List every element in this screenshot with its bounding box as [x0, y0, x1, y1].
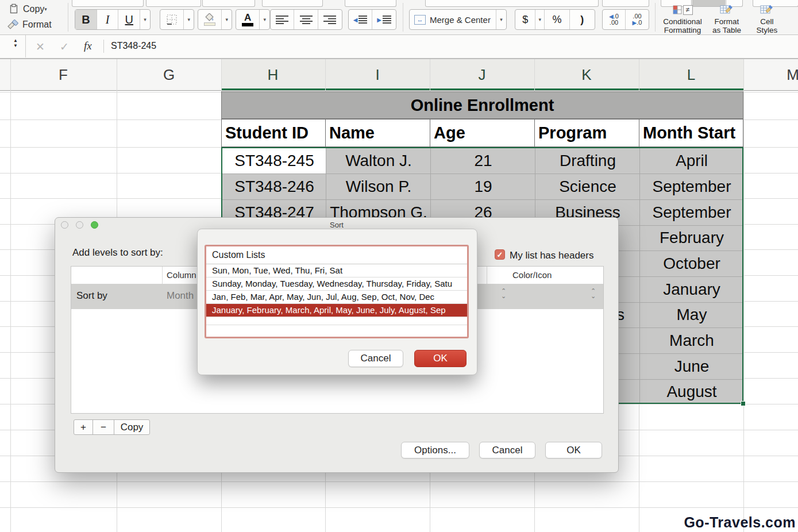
custom-list-item[interactable]: Sun, Mon, Tue, Wed, Thu, Fri, Sat	[206, 264, 467, 277]
add-level-button[interactable]: +	[74, 420, 93, 434]
dialog-title: Sort	[55, 221, 618, 229]
indent-lines-icon	[358, 16, 367, 24]
sort-by-value[interactable]: Month	[167, 290, 194, 302]
decrease-decimal-button[interactable]: .00 ▶.0	[626, 10, 649, 29]
format-table-label-line2: as Table	[712, 26, 741, 34]
column-header-f[interactable]: F	[51, 66, 76, 84]
toolbar-cutoff-control[interactable]	[202, 0, 255, 7]
decrease-indent-button[interactable]: ◀	[349, 10, 372, 29]
cell-name[interactable]: Wilson P.	[326, 174, 431, 199]
headers-checkbox[interactable]: ✓	[495, 249, 505, 260]
cell-student-id[interactable]: ST348-245	[222, 148, 326, 174]
conditional-formatting-button[interactable]: ≠ Conditional Formatting	[658, 1, 707, 34]
cell-month[interactable]: August	[640, 379, 743, 404]
cell-styles-button[interactable]: Cell Styles	[749, 1, 785, 34]
custom-list-item[interactable]: Sunday, Monday, Tuesday, Wednesday, Thur…	[206, 277, 467, 291]
format-painter-button[interactable]: Format	[7, 20, 52, 30]
merge-center-button[interactable]: ↔ Merge & Center	[410, 10, 496, 29]
cell-month[interactable]: May	[640, 302, 743, 327]
cell-month[interactable]: March	[640, 327, 743, 353]
currency-dropdown chevron-down-icon[interactable]: ▾	[535, 10, 545, 29]
toolbar-cutoff-control[interactable]	[146, 0, 201, 7]
insert-function-icon[interactable]: fx	[84, 40, 92, 52]
column-header-j[interactable]: J	[469, 66, 495, 84]
name-box-stepper[interactable]: ▲ ▼	[13, 38, 18, 48]
color-icon-dropdown-stepper[interactable]: ⌃ ⌄	[591, 288, 596, 299]
order-dropdown-stepper[interactable]: ⌃ ⌄	[501, 288, 506, 299]
custom-lists-ok-button[interactable]: OK	[414, 350, 467, 367]
cell-month[interactable]: October	[640, 250, 743, 276]
custom-lists-header: Custom Lists	[206, 246, 467, 264]
header-cell-program[interactable]: Program	[535, 119, 639, 147]
borders-button[interactable]	[160, 10, 184, 29]
remove-level-button[interactable]: −	[93, 420, 114, 434]
align-center-button[interactable]	[294, 10, 318, 29]
cell-age[interactable]: 21	[431, 148, 535, 174]
currency-button[interactable]: $	[515, 10, 535, 29]
toolbar-cutoff-control[interactable]	[425, 0, 599, 7]
header-cell-month-start[interactable]: Month Start	[639, 119, 743, 147]
custom-lists-cancel-button[interactable]: Cancel	[348, 350, 403, 367]
italic-button[interactable]: I	[97, 10, 119, 29]
column-header-g[interactable]: G	[156, 66, 182, 84]
fill-handle[interactable]	[741, 401, 746, 406]
column-header-i[interactable]: I	[365, 66, 390, 84]
copy-button[interactable]: Copy ▾	[9, 3, 54, 14]
cell-month[interactable]: April	[640, 148, 743, 174]
excel-window: Copy ▾ Format B I U ▾ ▾	[0, 0, 798, 532]
format-label: Format	[22, 20, 52, 30]
fill-color-button[interactable]	[198, 10, 222, 29]
column-header-h[interactable]: H	[260, 66, 286, 84]
font-color-dropdown chevron-down-icon[interactable]: ▾	[260, 10, 269, 29]
toolbar-cutoff-control[interactable]	[602, 0, 649, 7]
font-color-button[interactable]: A	[236, 10, 260, 29]
table-header-row: Student ID Name Age Program Month Start	[221, 119, 743, 147]
cell-month[interactable]: February	[640, 225, 743, 250]
confirm-entry-icon[interactable]: ✓	[60, 40, 69, 53]
borders-dropdown chevron-down-icon[interactable]: ▾	[184, 10, 194, 29]
sort-cancel-button[interactable]: Cancel	[479, 442, 535, 458]
comma-style-button[interactable]: )	[570, 10, 595, 29]
cell-month[interactable]: September	[640, 174, 743, 199]
sort-ok-button[interactable]: OK	[545, 442, 602, 458]
cancel-entry-icon[interactable]: ✕	[36, 40, 45, 53]
cell-program[interactable]: Drafting	[535, 148, 640, 174]
percent-style-button[interactable]: %	[545, 10, 569, 29]
custom-list-item-selected[interactable]: January, February, March, April, May, Ju…	[206, 304, 467, 317]
increase-indent-button[interactable]: ▶	[372, 10, 396, 29]
cell-month[interactable]: January	[640, 276, 743, 302]
header-cell-name[interactable]: Name	[326, 119, 430, 147]
fill-color-dropdown chevron-down-icon[interactable]: ▾	[222, 10, 232, 29]
bold-button[interactable]: B	[75, 10, 97, 29]
cell-month[interactable]: June	[640, 353, 743, 379]
cell-age[interactable]: 19	[431, 174, 535, 199]
table-title-cell[interactable]: Online Enrollment	[221, 91, 743, 119]
column-header-m[interactable]: M	[780, 66, 798, 84]
cell-student-id[interactable]: ST348-246	[222, 174, 326, 199]
decimals-group: ◀.0 .00 .00 ▶.0	[602, 9, 649, 30]
toolbar-cutoff-control[interactable]	[262, 0, 323, 7]
toolbar-cutoff-control[interactable]	[72, 0, 144, 7]
toolbar-cutoff-control[interactable]	[345, 0, 396, 7]
header-cell-age[interactable]: Age	[430, 119, 535, 147]
underline-button[interactable]: U	[118, 10, 140, 29]
column-header-k[interactable]: K	[574, 66, 599, 84]
format-as-table-button[interactable]: Format as Table	[708, 1, 745, 34]
options-button[interactable]: Options...	[401, 442, 469, 458]
increase-decimal-button[interactable]: ◀.0 .00	[603, 10, 626, 29]
cell-program[interactable]: Science	[535, 174, 640, 199]
decimal-label: .00	[610, 20, 618, 26]
copy-level-button[interactable]: Copy	[114, 420, 149, 434]
align-left-button[interactable]	[271, 10, 294, 29]
merge-center-dropdown chevron-down-icon[interactable]: ▾	[496, 10, 506, 29]
underline-dropdown chevron-down-icon[interactable]: ▾	[140, 10, 150, 29]
cell-name[interactable]: Walton J.	[326, 148, 431, 174]
custom-list-item[interactable]: Jan, Feb, Mar, Apr, May, Jun, Jul, Aug, …	[206, 291, 467, 304]
formula-bar-value[interactable]: ST348-245	[111, 41, 156, 51]
cell-styles-label-line1: Cell	[760, 17, 773, 26]
cell-month[interactable]: September	[640, 199, 743, 225]
header-cell-student-id[interactable]: Student ID	[222, 119, 326, 147]
formula-bar: ▲ ▼ ✕ ✓ fx ST348-245	[0, 35, 798, 59]
align-right-button[interactable]	[318, 10, 342, 29]
column-header-l[interactable]: L	[679, 66, 704, 84]
